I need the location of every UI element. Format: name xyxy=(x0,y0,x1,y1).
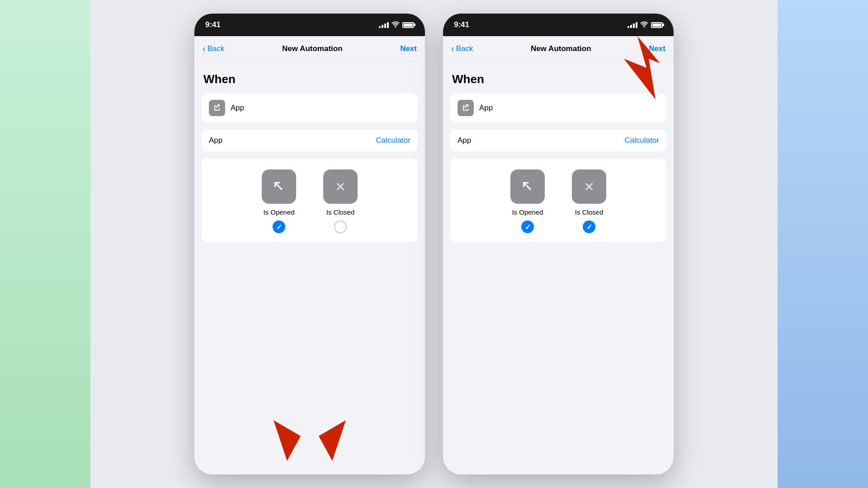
status-bar-left: 9:41 xyxy=(194,14,425,36)
back-label-right: Back xyxy=(456,44,473,53)
app-row-right[interactable]: App Calculator xyxy=(450,130,666,151)
content-left: When App App Calculator xyxy=(194,61,425,474)
app-row-label-left: App xyxy=(209,136,222,145)
app-row-label-right: App xyxy=(458,136,471,145)
is-opened-icon-right xyxy=(510,169,545,204)
page-wrapper: 9:41 xyxy=(0,0,868,488)
option-is-closed-right[interactable]: Is Closed xyxy=(572,169,606,233)
wifi-icon-right xyxy=(640,21,648,29)
option-is-opened-left[interactable]: Is Opened xyxy=(262,169,296,233)
nav-title-left: New Automation xyxy=(282,44,342,53)
app-icon-left xyxy=(209,100,225,116)
app-icon-right xyxy=(458,100,474,116)
phones-container: 9:41 xyxy=(194,14,674,474)
section-title-left: When xyxy=(202,72,418,86)
battery-icon-right xyxy=(651,22,663,28)
back-chevron-right: ‹ xyxy=(451,43,454,54)
app-card-right: App xyxy=(450,94,666,122)
is-closed-check-left xyxy=(334,221,347,233)
is-opened-label-right: Is Opened xyxy=(512,208,543,216)
back-chevron-left: ‹ xyxy=(203,43,206,54)
nav-bar-left: ‹ Back New Automation Next xyxy=(194,36,425,61)
is-closed-icon-left xyxy=(323,169,358,204)
is-closed-label-right: Is Closed xyxy=(575,208,604,216)
battery-icon-left xyxy=(402,22,414,28)
options-card-right: Is Opened Is Closed xyxy=(450,159,666,242)
status-icons-right xyxy=(627,21,663,29)
is-opened-check-left xyxy=(273,221,285,233)
nav-bar-right: ‹ Back New Automation Next xyxy=(443,36,674,61)
back-button-left[interactable]: ‹ Back xyxy=(203,43,224,54)
back-button-right[interactable]: ‹ Back xyxy=(451,43,473,54)
app-row-value-right: Calculator xyxy=(624,136,659,145)
options-card-left: Is Opened Is Closed xyxy=(202,159,418,242)
option-is-opened-right[interactable]: Is Opened xyxy=(510,169,545,233)
signal-icon-right xyxy=(627,22,637,28)
phone-left: 9:41 xyxy=(194,14,425,474)
signal-icon-left xyxy=(379,22,389,28)
app-card-label-right: App xyxy=(479,103,493,113)
is-closed-check-right xyxy=(583,221,595,233)
phone-right: 9:41 xyxy=(443,14,674,474)
nav-title-right: New Automation xyxy=(531,44,591,53)
time-right: 9:41 xyxy=(454,20,469,29)
status-icons-left xyxy=(379,21,414,29)
option-is-closed-left[interactable]: Is Closed xyxy=(323,169,358,233)
content-right: When App App Calculator xyxy=(443,61,674,474)
is-opened-icon-left xyxy=(262,169,296,204)
section-title-right: When xyxy=(450,72,666,86)
app-row-value-left: Calculator xyxy=(376,136,410,145)
is-closed-icon-right xyxy=(572,169,606,204)
app-row-left[interactable]: App Calculator xyxy=(202,130,418,151)
next-button-left[interactable]: Next xyxy=(400,44,417,53)
app-card-label-left: App xyxy=(231,103,244,113)
is-opened-label-left: Is Opened xyxy=(263,208,294,216)
bg-right xyxy=(778,0,868,488)
wifi-icon-left xyxy=(392,21,400,29)
next-button-right[interactable]: Next xyxy=(649,44,665,53)
status-bar-right: 9:41 xyxy=(443,14,674,36)
is-closed-label-left: Is Closed xyxy=(326,208,355,216)
back-label-left: Back xyxy=(208,44,225,53)
app-card-left: App xyxy=(202,94,418,122)
bg-left xyxy=(0,0,90,488)
time-left: 9:41 xyxy=(205,20,221,29)
is-opened-check-right xyxy=(521,221,534,233)
